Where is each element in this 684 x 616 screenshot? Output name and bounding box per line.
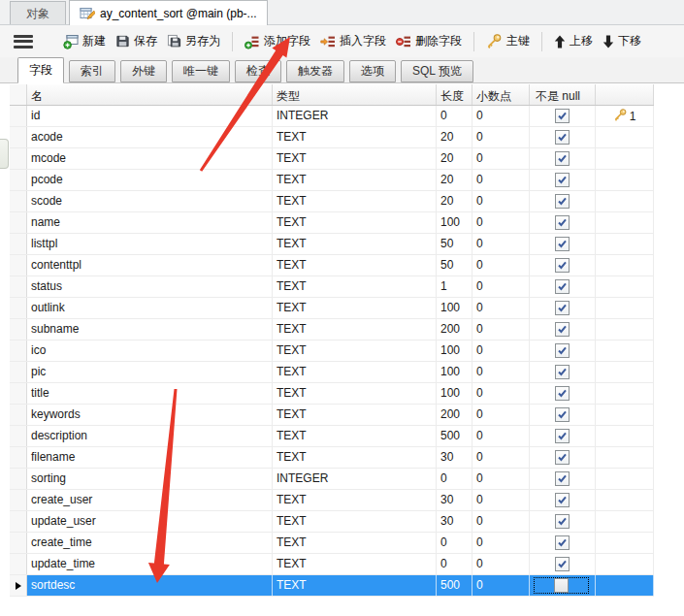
tab-objects[interactable]: 对象 (10, 1, 66, 24)
field-type-cell[interactable]: TEXT (273, 276, 437, 297)
row-header-cell[interactable] (10, 106, 27, 126)
key-cell[interactable] (596, 383, 654, 404)
field-decimal-cell[interactable]: 0 (472, 340, 530, 361)
key-cell[interactable] (596, 298, 654, 318)
not-null-checkbox[interactable] (555, 535, 570, 550)
key-cell[interactable] (596, 255, 654, 276)
not-null-checkbox[interactable] (555, 407, 570, 422)
menu-button[interactable] (14, 35, 33, 49)
table-row[interactable]: update_timeTEXT00 (10, 554, 654, 575)
table-row[interactable]: create_timeTEXT00 (10, 533, 654, 554)
not-null-checkbox[interactable] (555, 109, 570, 123)
tab-indexes[interactable]: 索引 (69, 60, 115, 82)
insert-field-button[interactable]: 插入字段 (315, 29, 391, 53)
field-length-cell[interactable]: 500 (437, 575, 472, 596)
field-length-cell[interactable]: 30 (437, 511, 472, 532)
collapsed-panel-handle[interactable] (0, 139, 9, 169)
key-cell[interactable] (596, 575, 654, 596)
field-name-cell[interactable]: acode (27, 127, 273, 147)
add-field-button[interactable]: 添加字段 (240, 29, 315, 53)
field-type-cell[interactable]: TEXT (273, 383, 437, 404)
field-type-cell[interactable]: INTEGER (273, 106, 437, 126)
field-type-cell[interactable]: TEXT (273, 426, 437, 446)
field-decimal-cell[interactable]: 0 (472, 511, 530, 532)
field-length-cell[interactable]: 50 (437, 234, 472, 254)
row-header-cell[interactable] (10, 575, 27, 596)
field-name-cell[interactable]: create_user (27, 490, 273, 510)
field-name-cell[interactable]: keywords (27, 405, 273, 425)
tab-table-design[interactable]: ay_content_sort @main (pb-... (69, 0, 268, 25)
row-header-cell[interactable] (10, 511, 27, 532)
field-length-cell[interactable]: 100 (437, 383, 472, 404)
field-type-cell[interactable]: TEXT (273, 405, 437, 425)
field-length-cell[interactable]: 100 (437, 362, 472, 382)
row-header-cell[interactable] (10, 383, 27, 404)
field-name-cell[interactable]: description (27, 426, 273, 446)
not-null-cell[interactable] (530, 298, 596, 318)
not-null-cell[interactable] (530, 533, 596, 553)
table-row[interactable]: descriptionTEXT5000 (10, 426, 654, 447)
table-row[interactable]: acodeTEXT200 (10, 127, 654, 148)
tab-sql-preview[interactable]: SQL 预览 (401, 60, 473, 82)
field-decimal-cell[interactable]: 0 (472, 148, 530, 169)
field-name-cell[interactable]: status (27, 276, 273, 297)
field-name-cell[interactable]: create_time (27, 533, 273, 553)
field-length-cell[interactable]: 20 (437, 148, 472, 169)
tab-fields[interactable]: 字段 (17, 57, 64, 83)
not-null-checkbox[interactable] (555, 386, 570, 401)
not-null-cell[interactable] (530, 191, 596, 211)
not-null-cell[interactable] (530, 469, 596, 489)
table-row[interactable]: picTEXT1000 (10, 362, 654, 383)
not-null-cell[interactable] (530, 148, 596, 169)
row-header-cell[interactable] (10, 405, 27, 425)
field-type-cell[interactable]: TEXT (273, 340, 437, 361)
table-row[interactable]: scodeTEXT200 (10, 191, 654, 212)
row-header-cell[interactable] (10, 469, 27, 489)
table-row[interactable]: listtplTEXT500 (10, 234, 654, 255)
field-name-cell[interactable]: id (27, 106, 273, 126)
field-type-cell[interactable]: TEXT (273, 298, 437, 318)
field-name-cell[interactable]: scode (27, 191, 273, 211)
tab-options[interactable]: 选项 (349, 60, 396, 82)
key-cell[interactable] (596, 511, 654, 532)
not-null-checkbox[interactable] (555, 215, 570, 230)
field-name-cell[interactable]: outlink (27, 298, 273, 318)
not-null-cell[interactable] (530, 106, 596, 126)
field-type-cell[interactable]: TEXT (273, 234, 437, 254)
not-null-checkbox[interactable] (555, 173, 570, 187)
new-table-button[interactable]: 新建 (58, 29, 111, 53)
row-header-cell[interactable] (10, 426, 27, 446)
field-decimal-cell[interactable]: 0 (472, 255, 530, 276)
col-header-name[interactable]: 名 (27, 84, 273, 105)
row-header-cell[interactable] (10, 148, 27, 169)
not-null-cell[interactable] (530, 554, 596, 574)
key-cell[interactable] (596, 234, 654, 254)
not-null-cell[interactable] (530, 319, 596, 340)
key-cell[interactable] (596, 212, 654, 233)
field-name-cell[interactable]: listtpl (27, 234, 273, 254)
field-decimal-cell[interactable]: 0 (472, 298, 530, 318)
delete-field-button[interactable]: 删除字段 (391, 29, 467, 53)
field-decimal-cell[interactable]: 0 (472, 319, 530, 340)
field-name-cell[interactable]: mcode (27, 148, 273, 169)
field-type-cell[interactable]: TEXT (273, 148, 437, 169)
col-header-key[interactable] (596, 84, 654, 105)
field-length-cell[interactable]: 20 (437, 170, 472, 190)
not-null-cell[interactable] (530, 170, 596, 190)
field-decimal-cell[interactable]: 0 (472, 276, 530, 297)
field-decimal-cell[interactable]: 0 (472, 575, 530, 596)
not-null-cell[interactable] (530, 405, 596, 425)
table-row[interactable]: outlinkTEXT1000 (10, 298, 654, 319)
not-null-cell[interactable] (530, 447, 596, 468)
row-header-cell[interactable] (10, 276, 27, 297)
field-length-cell[interactable]: 0 (437, 469, 472, 489)
key-cell[interactable] (596, 405, 654, 425)
table-row[interactable]: pcodeTEXT200 (10, 170, 654, 191)
field-name-cell[interactable]: filename (27, 447, 273, 468)
field-length-cell[interactable]: 20 (437, 191, 472, 211)
field-type-cell[interactable]: TEXT (273, 447, 437, 468)
field-name-cell[interactable]: update_time (27, 554, 273, 574)
not-null-cell[interactable] (530, 511, 596, 532)
field-name-cell[interactable]: pic (27, 362, 273, 382)
not-null-checkbox[interactable] (555, 301, 570, 315)
